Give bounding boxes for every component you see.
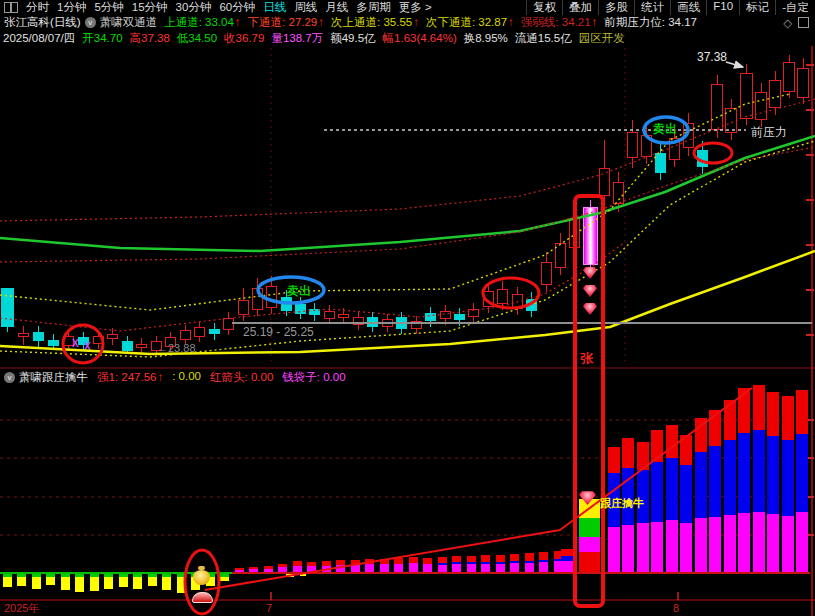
toolbar-item-F10[interactable]: F10 bbox=[706, 0, 739, 15]
volume-bar-segment bbox=[753, 512, 765, 573]
candle bbox=[697, 141, 708, 174]
toolbar-item-多股[interactable]: 多股 bbox=[598, 0, 634, 15]
volume-bar-segment bbox=[249, 569, 258, 573]
volume-bar-segment bbox=[351, 565, 360, 573]
toolbar-item-标记[interactable]: 标记 bbox=[739, 0, 775, 15]
volume-bar-segment bbox=[32, 577, 41, 589]
sub-indicator-badge-icon[interactable]: v bbox=[4, 372, 15, 383]
ohlc-field: 低34.50 bbox=[177, 31, 217, 46]
volume-bar-segment bbox=[539, 552, 548, 560]
volume-bar-segment bbox=[286, 574, 294, 577]
volume-bar-segment bbox=[608, 447, 620, 473]
toolbar-item-画线[interactable]: 画线 bbox=[670, 0, 706, 15]
purple-x-mark: X bbox=[84, 342, 91, 352]
volume-bar-segment bbox=[622, 525, 634, 573]
candle bbox=[583, 200, 598, 270]
candle bbox=[512, 287, 523, 315]
toolbar-item--自定[interactable]: -自定 bbox=[775, 0, 815, 15]
toolbar-item-统计[interactable]: 统计 bbox=[634, 0, 670, 15]
volume-bar-segment bbox=[17, 577, 26, 586]
ohlc-field: 流通15.5亿 bbox=[515, 31, 572, 46]
volume-bar-segment bbox=[119, 577, 128, 587]
volume-bar-segment bbox=[220, 577, 229, 581]
candle bbox=[122, 336, 133, 354]
volume-bar-segment bbox=[90, 577, 99, 591]
trading-terminal: 分时1分钟5分钟15分钟30分钟60分钟日线周线月线多周期更多 > 复权叠加多股… bbox=[0, 0, 815, 616]
toolbar-item-复权[interactable]: 复权 bbox=[526, 0, 562, 15]
ohlc-field: 额49.5亿 bbox=[330, 31, 375, 46]
menu-item-60分钟[interactable]: 60分钟 bbox=[215, 0, 259, 15]
sub-field: 红箭头: 0.00 bbox=[210, 370, 273, 385]
chart-area[interactable]: XX37.38前压力卖出卖出25.19 - 25.25←23.88张跟庄擒牛 bbox=[0, 46, 815, 616]
candle bbox=[309, 303, 320, 321]
volume-bar-segment bbox=[709, 517, 721, 573]
volume-bar-segment bbox=[637, 523, 649, 573]
sub-field: 强1: 247.56↑ bbox=[97, 370, 163, 385]
volume-bar-segment bbox=[753, 385, 765, 430]
axis-year-label: 2025年 bbox=[4, 603, 39, 614]
volume-bar-segment bbox=[680, 465, 692, 523]
panel-icon[interactable] bbox=[798, 17, 809, 28]
candle bbox=[48, 334, 59, 350]
window-icon[interactable] bbox=[4, 2, 18, 13]
field-次上通道: 次上通道: 35.55↑ bbox=[331, 15, 419, 30]
menu-item-日线[interactable]: 日线 bbox=[259, 0, 290, 15]
volume-bar-segment bbox=[637, 442, 649, 470]
volume-bar-segment bbox=[525, 553, 534, 561]
up-arrow-icon: ↑ bbox=[592, 16, 598, 28]
volume-bar-segment bbox=[767, 392, 779, 436]
volume-bar-segment bbox=[680, 435, 692, 465]
toolbar-item-叠加[interactable]: 叠加 bbox=[562, 0, 598, 15]
volume-bar-segment bbox=[307, 566, 316, 573]
volume-bar-segment bbox=[695, 452, 707, 518]
candle bbox=[411, 316, 422, 334]
sub-field: : 0.00 bbox=[172, 370, 201, 385]
candle bbox=[599, 140, 610, 205]
volume-bar-segment bbox=[510, 554, 519, 561]
menu-item-30分钟[interactable]: 30分钟 bbox=[172, 0, 216, 15]
volume-bar-segment bbox=[162, 577, 171, 590]
candle bbox=[295, 297, 306, 319]
volume-bar-segment bbox=[300, 574, 306, 576]
volume-bar-segment bbox=[622, 438, 634, 468]
candle bbox=[136, 338, 147, 354]
menu-item-多周期[interactable]: 多周期 bbox=[352, 0, 395, 15]
up-arrow-icon: ↑ bbox=[235, 16, 241, 28]
volume-bar-segment bbox=[796, 390, 808, 434]
volume-bar-segment bbox=[767, 514, 779, 573]
candle bbox=[425, 307, 436, 327]
candle bbox=[107, 328, 118, 345]
volume-bar-segment bbox=[177, 577, 186, 593]
menu-item-月线[interactable]: 月线 bbox=[321, 0, 352, 15]
volume-bar-segment bbox=[496, 555, 505, 562]
diamond-gem-icon bbox=[583, 284, 597, 297]
volume-bar-segment bbox=[3, 577, 12, 587]
indicator-badge-icon[interactable]: v bbox=[85, 17, 96, 28]
menu-item-分时[interactable]: 分时 bbox=[22, 0, 53, 15]
volume-bar-segment bbox=[409, 563, 418, 573]
volume-bar-segment bbox=[738, 388, 750, 433]
volume-bar-segment bbox=[651, 462, 663, 522]
volume-bar-segment bbox=[724, 515, 736, 573]
diamond-icon[interactable]: ◇ bbox=[783, 16, 792, 30]
menu-item-更多 >[interactable]: 更多 > bbox=[395, 0, 436, 15]
volume-bar-segment bbox=[695, 518, 707, 573]
volume-bar-segment bbox=[738, 433, 750, 513]
volume-bar-segment bbox=[104, 577, 113, 589]
menu-item-周线[interactable]: 周线 bbox=[290, 0, 321, 15]
corner-icons: ◇ bbox=[783, 16, 815, 30]
volume-bar-segment bbox=[608, 527, 620, 573]
candle bbox=[367, 312, 378, 332]
volume-bar-segment bbox=[467, 564, 476, 573]
volume-bar-segment bbox=[293, 566, 302, 573]
volume-bar-segment bbox=[724, 400, 736, 440]
volume-bar-segment bbox=[510, 563, 519, 573]
menu-item-5分钟[interactable]: 5分钟 bbox=[90, 0, 127, 15]
volume-bar-segment bbox=[278, 567, 287, 573]
volume-bar-segment bbox=[651, 430, 663, 462]
menu-item-1分钟[interactable]: 1分钟 bbox=[53, 0, 90, 15]
volume-bar-segment bbox=[322, 566, 331, 573]
ohlc-field: 园区开发 bbox=[579, 31, 625, 46]
volume-bar-segment bbox=[796, 512, 808, 573]
menu-item-15分钟[interactable]: 15分钟 bbox=[128, 0, 172, 15]
